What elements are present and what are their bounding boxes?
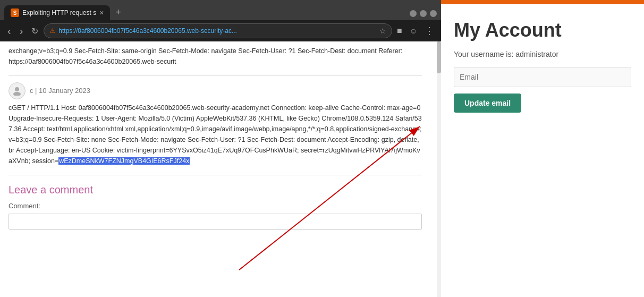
url-text: https://0af8006004fb07f5c46a3c4600b20065… [58,27,376,35]
email-input[interactable] [454,67,631,87]
avatar [9,82,26,99]
right-panel: My Account Your username is: administrat… [441,0,644,297]
window-controls [410,10,437,20]
svg-point-1 [13,92,21,96]
svg-point-0 [15,87,19,91]
session-highlight: wEzDmeSNkW7FZNJmgVB4GIE6RsFJf24x [58,157,190,165]
comment-input[interactable] [9,214,422,230]
comment-author-name: c | 10 January 2023 [30,86,90,96]
back-button[interactable]: ‹ [4,23,14,39]
refresh-button[interactable]: ↻ [28,24,41,38]
minimize-button[interactable] [410,10,417,17]
http-text-top: exchange;v=b3;q=0.9 Sec-Fetch-Site: same… [9,41,422,67]
comment-label: Comment: [9,201,422,211]
maximize-button[interactable] [420,10,427,17]
browser-panel: S Exploiting HTTP request s × + ‹ › ↻ ⚠ … [0,0,441,297]
comment-author: c | 10 January 2023 [9,82,422,99]
comment-http-text: cGET / HTTP/1.1 Host: 0af8006004fb07f5c4… [9,103,422,166]
new-tab-button[interactable]: + [113,5,123,20]
nav-bar: ‹ › ↻ ⚠ https://0af8006004fb07f5c46a3c46… [0,20,441,41]
address-bar[interactable]: ⚠ https://0af8006004fb07f5c46a3c4600b200… [44,23,392,38]
menu-icon[interactable]: ⋮ [422,23,437,38]
scrollbar-thumb[interactable] [437,41,441,73]
scrollbar-track[interactable] [437,41,441,297]
active-tab[interactable]: S Exploiting HTTP request s × [4,5,110,20]
nav-actions: ■ ☺ ⋮ [394,23,437,38]
update-email-button[interactable]: Update email [454,94,521,113]
profile-icon[interactable]: ☺ [407,25,420,37]
forward-button[interactable]: › [16,23,27,39]
browser-content[interactable]: exchange;v=b3;q=0.9 Sec-Fetch-Site: same… [0,41,441,297]
comment-entry: c | 10 January 2023 cGET / HTTP/1.1 Host… [9,75,422,166]
tab-bar: S Exploiting HTTP request s × + [0,0,441,20]
tab-close-icon[interactable]: × [99,9,104,17]
extensions-icon[interactable]: ■ [394,24,405,37]
leave-comment-title: Leave a comment [9,182,422,198]
username-text: Your username is: administrator [454,50,631,58]
my-account-title: My Account [454,19,631,41]
close-window-button[interactable] [430,10,437,17]
tab-favicon: S [11,9,19,17]
bookmark-icon[interactable]: ☆ [379,27,386,35]
tab-title: Exploiting HTTP request s [22,9,96,16]
orange-bar [441,0,644,4]
security-warning-icon: ⚠ [49,27,55,35]
page-content: exchange;v=b3;q=0.9 Sec-Fetch-Site: same… [0,41,430,240]
leave-comment-section: Leave a comment Comment: [9,175,422,230]
